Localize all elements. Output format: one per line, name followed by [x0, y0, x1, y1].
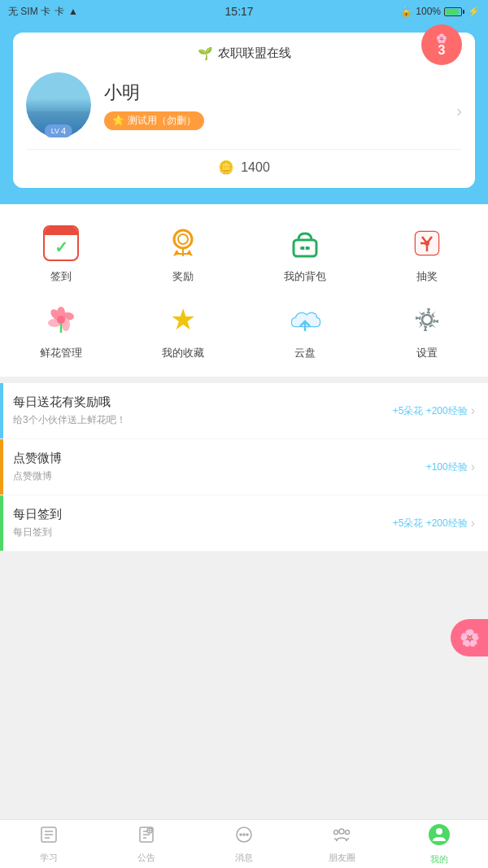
- task-sub-3: 每日签到: [13, 526, 393, 539]
- checkin-icon: ✓: [41, 224, 81, 263]
- status-battery: 🔒 100% ⚡: [400, 6, 480, 17]
- friends-label: 朋友圈: [329, 852, 355, 864]
- learn-label: 学习: [40, 852, 58, 864]
- cloud-icon: [285, 300, 325, 339]
- task-right-3: +5朵花 +200经验 ›: [393, 516, 475, 530]
- task-chevron-2: ›: [471, 460, 475, 474]
- task-sub-1: 给3个小伙伴送上鲜花吧！: [13, 413, 393, 427]
- coins-value: 1400: [241, 160, 270, 175]
- svg-point-41: [436, 828, 442, 835]
- task-right-1: +5朵花 +200经验 ›: [393, 403, 475, 418]
- avatar-container: LV 4: [26, 72, 91, 137]
- svg-point-37: [339, 829, 344, 834]
- nav-learn[interactable]: 学习: [0, 820, 98, 868]
- level-badge: LV 4: [45, 124, 72, 137]
- cloud-label: 云盘: [294, 346, 316, 360]
- task-reward-1: +5朵花 +200经验: [393, 404, 468, 418]
- task-chevron-3: ›: [471, 516, 475, 530]
- settings-label: 设置: [416, 346, 438, 360]
- username: 小明: [104, 81, 462, 105]
- tag-text: 测试用（勿删）: [128, 114, 196, 128]
- svg-point-1: [178, 234, 188, 244]
- flower-badge-count: 3: [438, 44, 446, 57]
- favorites-icon: ★: [163, 300, 203, 339]
- award-icon: [163, 224, 203, 263]
- svg-point-17: [57, 316, 65, 324]
- menu-favorites[interactable]: ★ 我的收藏: [122, 294, 244, 370]
- coins-icon: 🪙: [218, 159, 234, 175]
- svg-point-20: [422, 315, 432, 325]
- status-time: 15:17: [225, 5, 254, 18]
- task-sub-2: 点赞微博: [13, 469, 426, 483]
- menu-award[interactable]: 奖励: [122, 217, 244, 294]
- level-value: 4: [61, 126, 66, 136]
- task-like-weibo[interactable]: 点赞微博 点赞微博 +100经验 ›: [0, 439, 488, 495]
- battery-icon: [444, 7, 464, 16]
- task-accent-1: [0, 383, 3, 438]
- profile-chevron[interactable]: ›: [456, 101, 462, 120]
- menu-grid: ✓ 签到 奖励 我的背包: [0, 204, 488, 377]
- notice-label: 公告: [137, 852, 155, 864]
- notice-icon: [137, 825, 156, 849]
- lottery-label: 抽奖: [416, 269, 438, 284]
- level-label: LV: [51, 127, 59, 135]
- task-accent-2: [0, 439, 3, 495]
- task-title-3: 每日签到: [13, 507, 393, 522]
- task-left-2: 点赞微博 点赞微博: [13, 451, 426, 483]
- svg-point-39: [334, 830, 338, 834]
- flower-badge-icon: 🌸: [436, 33, 447, 44]
- profile-card: 🌱 农职联盟在线 🌸 3 LV 4 小明 ⭐: [13, 33, 475, 188]
- task-right-2: +100经验 ›: [426, 460, 475, 474]
- mine-label: 我的: [430, 853, 448, 866]
- svg-point-34: [240, 834, 242, 835]
- nav-friends[interactable]: 朋友圈: [293, 820, 390, 868]
- menu-flower[interactable]: 鲜花管理: [0, 294, 122, 370]
- app-title: 🌱 农职联盟在线: [26, 46, 462, 61]
- backpack-label: 我的背包: [284, 269, 326, 284]
- svg-point-36: [246, 834, 248, 835]
- menu-checkin[interactable]: ✓ 签到: [0, 217, 122, 294]
- lottery-icon: [407, 224, 447, 263]
- task-left-3: 每日签到 每日签到: [13, 507, 393, 539]
- nav-mine[interactable]: 我的: [390, 820, 488, 868]
- backpack-icon: [285, 224, 325, 263]
- nav-message[interactable]: 消息: [195, 820, 293, 868]
- task-send-flower[interactable]: 每日送花有奖励哦 给3个小伙伴送上鲜花吧！ +5朵花 +200经验 ›: [0, 383, 488, 439]
- task-list: 每日送花有奖励哦 给3个小伙伴送上鲜花吧！ +5朵花 +200经验 › 点赞微博…: [0, 383, 488, 552]
- task-daily-checkin[interactable]: 每日签到 每日签到 +5朵花 +200经验 ›: [0, 495, 488, 552]
- menu-settings[interactable]: 设置: [366, 294, 488, 370]
- coins-row: 🪙 1400: [26, 149, 462, 175]
- bottom-nav: 学习 公告 消息: [0, 819, 488, 868]
- status-carrier: 无 SIM 卡 卡 ▲: [8, 5, 78, 19]
- task-left-1: 每日送花有奖励哦 给3个小伙伴送上鲜花吧！: [13, 395, 393, 427]
- menu-cloud[interactable]: 云盘: [244, 294, 366, 370]
- task-title-1: 每日送花有奖励哦: [13, 395, 393, 410]
- flower-icon: [41, 300, 81, 339]
- task-reward-2: +100经验: [426, 460, 468, 474]
- user-tag: ⭐ 测试用（勿删）: [104, 111, 204, 130]
- status-bar: 无 SIM 卡 卡 ▲ 15:17 🔒 100% ⚡: [0, 0, 488, 23]
- profile-info: LV 4 小明 ⭐ 测试用（勿删） ›: [26, 72, 462, 137]
- content-spacer: [0, 552, 488, 682]
- flower-label: 鲜花管理: [40, 346, 82, 360]
- app-title-icon: 🌱: [198, 46, 213, 61]
- friends-icon: [332, 825, 351, 849]
- mine-icon: [428, 823, 451, 851]
- svg-point-11: [425, 241, 429, 246]
- task-chevron-1: ›: [471, 403, 475, 418]
- task-accent-3: [0, 495, 3, 551]
- flower-badge[interactable]: 🌸 3: [421, 24, 462, 65]
- svg-point-35: [243, 834, 245, 835]
- menu-lottery[interactable]: 抽奖: [366, 217, 488, 294]
- checkin-label: 签到: [50, 269, 72, 284]
- award-label: 奖励: [172, 269, 194, 284]
- nav-notice[interactable]: 公告: [98, 820, 195, 868]
- fab-icon: 🌸: [460, 628, 480, 648]
- message-label: 消息: [235, 852, 253, 864]
- fab-flower[interactable]: 🌸: [451, 619, 488, 656]
- app-title-text: 农职联盟在线: [218, 46, 291, 61]
- menu-backpack[interactable]: 我的背包: [244, 217, 366, 294]
- settings-icon: [407, 300, 447, 339]
- svg-point-0: [174, 230, 192, 248]
- svg-marker-4: [173, 250, 180, 256]
